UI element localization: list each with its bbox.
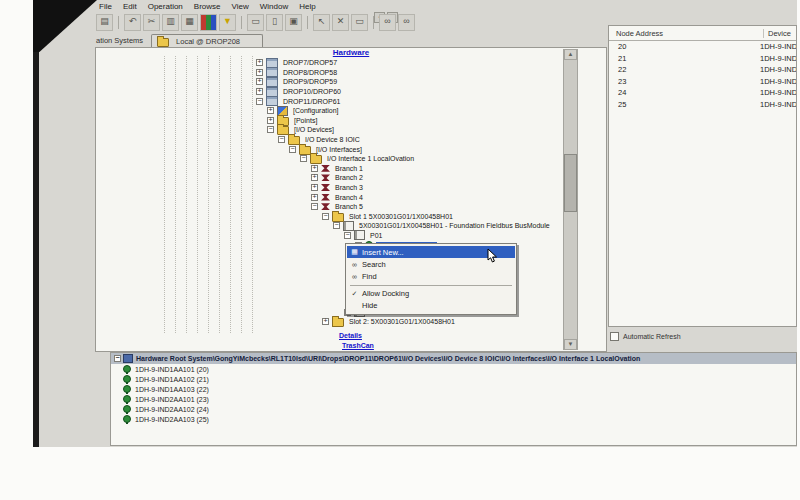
expand-icon[interactable] [267, 107, 274, 114]
tree-node-branch-1[interactable]: Branch 1 [96, 164, 604, 174]
menu-item-find[interactable]: ∞Find [347, 270, 515, 282]
paste-icon[interactable]: ▦ [181, 14, 198, 31]
expand-icon[interactable] [311, 174, 318, 181]
expand-icon[interactable] [311, 184, 318, 191]
table-row[interactable]: 221DH-9-IND1AA103 [609, 64, 796, 76]
module-icon [343, 221, 354, 231]
tab-local-drop208[interactable]: Local @ DROP208 [151, 34, 263, 48]
branch-icon [321, 194, 330, 201]
menu-window[interactable]: Window [259, 2, 289, 11]
tree-node-slot-1[interactable]: Slot 1 5X00301G01/1X00458H01 [96, 212, 604, 222]
tree-node-drop11[interactable]: DROP11/DROP61 [96, 96, 604, 106]
collapse-icon[interactable] [311, 203, 318, 210]
result-item[interactable]: 1DH-9-IND2AA103 (25) [111, 414, 796, 424]
open-folder-icon[interactable]: ▭ [247, 14, 264, 31]
expand-icon[interactable] [256, 88, 263, 95]
tree-node-io-device-8[interactable]: I/O Device 8 IOIC [96, 135, 604, 145]
tree-node-p01[interactable]: P01 [96, 231, 604, 241]
collapse-icon[interactable] [333, 222, 340, 229]
collapse-icon[interactable] [289, 146, 296, 153]
tree-node-drop8[interactable]: DROP8/DROP58 [96, 68, 604, 78]
table-row[interactable]: 251DH-9-IND2AA103 [609, 99, 796, 111]
save-icon[interactable]: ▯ [266, 14, 283, 31]
tree-node-branch-5[interactable]: Branch 5 [96, 202, 604, 212]
tree-node-io-devices[interactable]: [I/O Devices] [96, 125, 604, 135]
result-item[interactable]: 1DH-9-IND1AA101 (20) [111, 364, 796, 374]
expand-icon[interactable] [311, 165, 318, 172]
tree-node-drop7[interactable]: DROP7/DROP57 [96, 58, 604, 68]
branch-icon [321, 174, 330, 181]
folder-icon [310, 155, 322, 164]
table-row[interactable]: 201DH-9-IND1AA101 [609, 41, 796, 53]
tree-node-slot-2[interactable]: Slot 2: 5X00301G01/1X00458H01 [96, 317, 604, 327]
filter-icon[interactable]: ▼ [219, 14, 236, 31]
collapse-icon[interactable] [114, 355, 121, 362]
hardware-root-icon [123, 354, 133, 363]
copy-icon[interactable]: ▥ [162, 14, 179, 31]
tree-node-drop10[interactable]: DROP10/DROP60 [96, 87, 604, 97]
delete-icon[interactable]: ✕ [332, 14, 349, 31]
result-item[interactable]: 1DH-9-IND2AA102 (24) [111, 404, 796, 414]
results-root-row[interactable]: Hardware Root System\GongYiMcbecks\RL1T1… [111, 353, 796, 364]
menu-item-hide[interactable]: Hide [347, 300, 515, 312]
tree-node-configuration[interactable]: [Configuration] [96, 106, 604, 116]
menu-item-allow-docking[interactable]: ✓Allow Docking [347, 288, 515, 300]
table-row[interactable]: 231DH-9-IND2AA101 [609, 76, 796, 88]
select-icon[interactable]: ↖ [313, 14, 330, 31]
table-header: Node Address Device [609, 26, 796, 41]
undo-icon[interactable]: ↶ [124, 14, 141, 31]
menu-view[interactable]: View [231, 2, 250, 11]
expand-icon[interactable] [256, 69, 263, 76]
expand-icon[interactable] [256, 78, 263, 85]
expand-icon[interactable] [322, 318, 329, 325]
tree-node-branch-3[interactable]: Branch 3 [96, 183, 604, 193]
result-item[interactable]: 1DH-9-IND2AA101 (23) [111, 394, 796, 404]
tree-node-branch-4[interactable]: Branch 4 [96, 192, 604, 202]
tree-node-drop9[interactable]: DROP9/DROP59 [96, 77, 604, 87]
collapse-icon[interactable] [256, 98, 263, 105]
tree-node-io-interfaces[interactable]: [I/O Interfaces] [96, 144, 604, 154]
drop-icon [266, 87, 278, 97]
insert-new-icon: ▦ [347, 248, 362, 256]
collapse-icon[interactable] [278, 136, 285, 143]
drop-icon [266, 96, 278, 106]
tree-node-ff-module[interactable]: 5X00301G01/1X00458H01 - Foundation Field… [96, 221, 604, 231]
tree-node-branch-2[interactable]: Branch 2 [96, 173, 604, 183]
result-item[interactable]: 1DH-9-IND1AA103 (22) [111, 384, 796, 394]
menu-file[interactable]: File [98, 2, 113, 11]
menu-bar: File Edit Operation Browse View Window H… [98, 1, 317, 12]
search-icon[interactable]: ∞ [398, 14, 415, 31]
collapse-icon[interactable] [344, 232, 351, 239]
menu-operation[interactable]: Operation [147, 2, 184, 11]
cut-icon[interactable]: ✂ [143, 14, 160, 31]
column-device[interactable]: Device [764, 29, 791, 38]
checkbox-icon[interactable] [610, 332, 619, 341]
tree-node-io-interface-1[interactable]: I/O Interface 1 LocalOvation [96, 154, 604, 164]
scroll-down-icon[interactable]: ▼ [564, 339, 577, 350]
collapse-icon[interactable] [267, 126, 274, 133]
menu-help[interactable]: Help [298, 2, 316, 11]
expand-icon[interactable] [267, 117, 274, 124]
menu-browse[interactable]: Browse [193, 2, 222, 11]
expand-icon[interactable] [256, 59, 263, 66]
trashcan-link[interactable]: TrashCan [342, 342, 374, 349]
colors-icon[interactable]: ▩ [200, 14, 217, 31]
expand-icon[interactable] [311, 194, 318, 201]
printer-icon[interactable]: ▤ [96, 14, 113, 31]
tree-node-points[interactable]: [Points] [96, 116, 604, 126]
menu-edit[interactable]: Edit [122, 2, 138, 11]
result-item[interactable]: 1DH-9-IND1AA102 (21) [111, 374, 796, 384]
table-row[interactable]: 241DH-9-IND2AA102 [609, 87, 796, 99]
check-icon: ✓ [347, 290, 362, 298]
fieldbus-device-icon [123, 385, 131, 394]
collapse-icon[interactable] [322, 213, 329, 220]
drop-icon [266, 58, 278, 68]
fieldbus-device-icon [123, 395, 131, 404]
window-icon[interactable]: ▭ [351, 14, 368, 31]
column-node-address[interactable]: Node Address [609, 29, 764, 38]
camera-icon[interactable]: ▣ [285, 14, 302, 31]
collapse-icon[interactable] [300, 155, 307, 162]
find-icon[interactable]: ∞ [379, 14, 396, 31]
details-link[interactable]: Details [339, 332, 362, 339]
table-row[interactable]: 211DH-9-IND1AA102 [609, 53, 796, 65]
